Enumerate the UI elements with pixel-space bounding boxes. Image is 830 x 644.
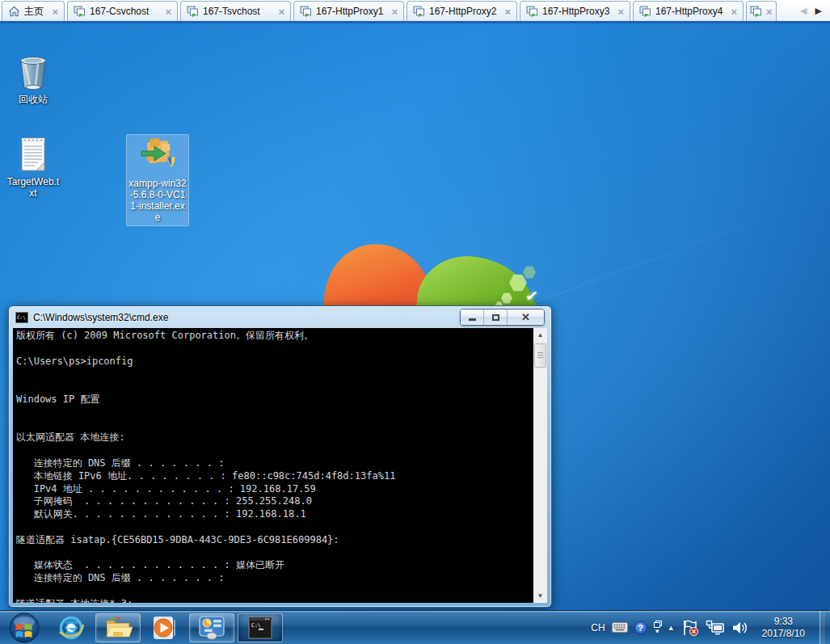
scroll-up-button[interactable]: ▲ — [533, 328, 547, 342]
tab-overflow-partial[interactable]: × — [746, 1, 777, 21]
session-icon — [413, 6, 425, 17]
session-icon — [526, 6, 538, 17]
close-button[interactable]: ✕ — [508, 309, 544, 325]
tab-close-icon[interactable]: × — [391, 6, 398, 17]
system-tray: CH ? ▼ ▲ — [591, 611, 828, 644]
session-icon — [187, 6, 199, 17]
wallpaper-sparkle: ✓ — [524, 286, 539, 306]
session-icon — [300, 6, 312, 17]
taskbar-internet-explorer[interactable] — [53, 612, 90, 643]
language-indicator[interactable]: CH — [591, 622, 605, 633]
tab-home[interactable]: 主页 × — [2, 1, 65, 21]
desktop-icon-label: 回收站 — [19, 94, 48, 105]
scrollbar-thumb[interactable] — [534, 343, 546, 368]
installer-exe-icon — [138, 137, 177, 175]
minimize-icon — [469, 318, 476, 321]
taskbar-remote-control-tool[interactable] — [189, 613, 234, 642]
tab-label: 167-HttpProxy3 — [542, 6, 613, 17]
volume-icon[interactable] — [731, 621, 749, 635]
taskbar-windows-explorer[interactable] — [95, 613, 141, 642]
start-button[interactable] — [5, 612, 44, 644]
desktop-icon-label: xampp-win32-5.6.8-0-VC11-installer.exe — [128, 178, 187, 223]
desktop-icon-targetweb-txt[interactable]: TargetWeb.txt — [6, 135, 60, 199]
tab-label: 167-HttpProxy2 — [429, 6, 500, 17]
tab-scroll-right-icon[interactable]: ▶ — [815, 6, 822, 16]
tab-close-icon[interactable]: × — [165, 6, 171, 17]
tab-167-httpproxy1[interactable]: 167-HttpProxy1 × — [293, 1, 404, 21]
cmd-app-icon: C:\ — [15, 312, 28, 323]
tab-167-csvchost[interactable]: 167-Csvchost × — [67, 1, 178, 21]
show-hidden-icons-button[interactable]: ▲ — [668, 624, 675, 632]
session-icon — [750, 6, 762, 17]
language-bar-controls: ▼ — [654, 621, 661, 634]
clock-time: 9:33 — [762, 616, 805, 628]
language-bar-help-icon[interactable]: ? — [634, 621, 647, 634]
taskbar-media-player[interactable] — [146, 612, 183, 643]
desktop[interactable]: ✓ 回收站 — [0, 23, 830, 610]
recycle-bin-icon — [14, 53, 53, 91]
tab-close-icon[interactable]: × — [278, 6, 284, 17]
session-tab-bar: 主页 × 167-Csvchost × 167-Tsvchost × 167-H… — [0, 0, 830, 23]
tab-close-icon[interactable]: × — [617, 6, 624, 17]
wallpaper-hexagon — [523, 266, 536, 279]
tab-167-tsvchost[interactable]: 167-Tsvchost × — [180, 1, 291, 21]
session-icon — [639, 6, 651, 17]
language-bar-options-icon[interactable]: ▼ — [654, 629, 660, 634]
maximize-icon — [492, 314, 499, 321]
cmd-console-area[interactable]: 版权所有 (c) 2009 Microsoft Corporation。保留所有… — [13, 328, 547, 603]
taskbar-clock[interactable]: 9:33 2017/8/10 — [756, 616, 811, 640]
tab-167-httpproxy3[interactable]: 167-HttpProxy3 × — [520, 1, 630, 21]
tab-label: 主页 — [24, 5, 48, 19]
tab-label: 167-Tsvchost — [203, 6, 274, 17]
taskbar: C:\ CH ? ▼ ▲ — [0, 610, 830, 644]
console-output: 版权所有 (c) 2009 Microsoft Corporation。保留所有… — [13, 328, 533, 603]
cmd-window: C:\ C:\Windows\system32\cmd.exe ✕ 版权所有 (… — [8, 305, 552, 608]
action-center-icon[interactable] — [681, 620, 699, 636]
window-caption-buttons: ✕ — [460, 309, 545, 326]
console-scrollbar[interactable]: ▲ ▼ — [533, 328, 547, 603]
home-icon — [8, 6, 20, 17]
tab-close-icon[interactable]: × — [504, 6, 511, 17]
tab-scroll-left-icon[interactable]: ◀ — [800, 6, 807, 16]
cmd-window-title: C:\Windows\system32\cmd.exe — [33, 312, 168, 323]
tab-close-icon[interactable]: × — [766, 6, 773, 17]
language-bar-restore-icon[interactable] — [654, 621, 661, 627]
tab-167-httpproxy4[interactable]: 167-HttpProxy4 × — [633, 1, 744, 21]
tab-167-httpproxy2[interactable]: 167-HttpProxy2 × — [407, 1, 517, 21]
tab-close-icon[interactable]: × — [731, 6, 737, 17]
taskbar-cmd-window[interactable]: C:\ — [238, 613, 283, 642]
tab-label: 167-HttpProxy4 — [655, 6, 727, 17]
svg-text:C:\: C:\ — [251, 622, 261, 629]
network-status-icon[interactable] — [706, 620, 725, 636]
clock-date: 2017/8/10 — [762, 628, 805, 640]
scroll-down-button[interactable]: ▼ — [533, 589, 547, 603]
keyboard-layout-icon[interactable] — [612, 622, 628, 633]
screen: 主页 × 167-Csvchost × 167-Tsvchost × 167-H… — [0, 0, 830, 644]
tab-label: 167-Csvchost — [90, 6, 161, 17]
cmd-window-titlebar[interactable]: C:\ C:\Windows\system32\cmd.exe ✕ — [9, 306, 551, 328]
tab-scroll-controls: ◀ ▶ — [792, 0, 830, 21]
desktop-icon-label: TargetWeb.txt — [6, 176, 60, 199]
close-icon: ✕ — [521, 312, 530, 322]
minimize-button[interactable] — [461, 309, 484, 325]
desktop-icon-xampp-installer[interactable]: xampp-win32-5.6.8-0-VC11-installer.exe — [126, 134, 189, 226]
tab-close-icon[interactable]: × — [52, 6, 58, 17]
session-icon — [74, 6, 86, 17]
desktop-icon-recycle-bin[interactable]: 回收站 — [5, 53, 61, 105]
maximize-button[interactable] — [484, 309, 508, 325]
tab-label: 167-HttpProxy1 — [316, 6, 387, 17]
show-desktop-button[interactable] — [819, 611, 825, 644]
text-file-icon — [14, 135, 53, 174]
